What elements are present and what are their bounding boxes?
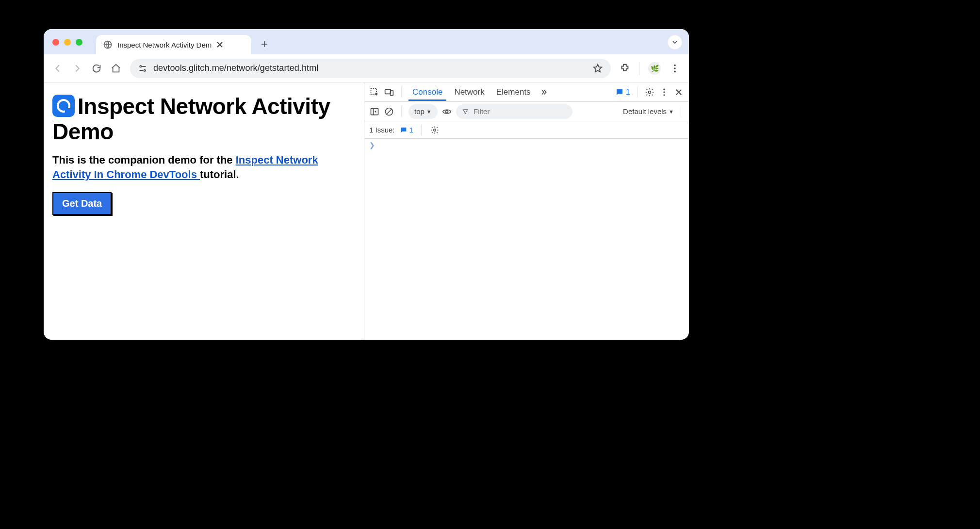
globe-icon [103, 40, 113, 50]
console-prompt-icon: ❯ [369, 141, 375, 149]
svg-point-10 [663, 88, 665, 90]
separator [681, 106, 681, 117]
tab-overflow-button[interactable] [668, 35, 682, 50]
home-button[interactable] [111, 63, 121, 74]
toolbar-right: 🌿 [620, 62, 680, 75]
live-expression-button[interactable] [441, 106, 452, 117]
log-levels-selector[interactable]: Default levels▼ [623, 107, 674, 116]
devtools-panel: Console Network Elements 1 [364, 83, 689, 340]
separator [639, 62, 639, 75]
extensions-button[interactable] [620, 63, 630, 74]
webpage: Inspect Network Activity Demo This is th… [44, 83, 364, 340]
svg-point-1 [140, 66, 141, 67]
svg-point-2 [144, 69, 146, 71]
issues-bar: 1 Issue: 1 [364, 121, 689, 139]
chrome-menu-button[interactable] [670, 63, 680, 74]
browser-window: Inspect Network Activity Dem [44, 29, 689, 340]
svg-point-9 [649, 91, 651, 93]
svg-point-3 [674, 64, 676, 66]
more-tabs-button[interactable] [539, 87, 549, 98]
svg-point-4 [674, 67, 676, 69]
window-controls [52, 39, 82, 46]
page-heading: Inspect Network Activity Demo [52, 94, 355, 144]
devtools-settings-button[interactable] [644, 87, 655, 98]
profile-avatar[interactable]: 🌿 [648, 62, 661, 75]
intro-paragraph: This is the companion demo for the Inspe… [52, 153, 355, 182]
site-info-icon[interactable] [138, 64, 147, 73]
close-window-button[interactable] [52, 39, 59, 46]
svg-point-16 [434, 129, 436, 131]
svg-rect-7 [385, 89, 391, 94]
separator [401, 106, 402, 117]
devtools-logo-icon [52, 95, 75, 117]
issues-chip[interactable]: 1 [615, 88, 630, 97]
new-tab-button[interactable] [256, 36, 273, 52]
tab-console[interactable]: Console [408, 83, 446, 101]
close-devtools-button[interactable] [673, 87, 684, 98]
filter-input[interactable] [473, 107, 567, 116]
inspect-element-button[interactable] [369, 87, 380, 98]
forward-button[interactable] [72, 63, 82, 74]
filter-field[interactable] [456, 104, 572, 119]
console-toolbar: top▼ Default levels▼ [364, 102, 689, 121]
toggle-sidebar-button[interactable] [369, 106, 380, 117]
console-body[interactable]: ❯ [364, 139, 689, 340]
bookmark-button[interactable] [592, 63, 603, 74]
get-data-button[interactable]: Get Data [52, 192, 112, 215]
clear-console-button[interactable] [384, 106, 394, 117]
browser-tab[interactable]: Inspect Network Activity Dem [96, 35, 251, 54]
svg-point-11 [663, 91, 665, 93]
tab-elements[interactable]: Elements [492, 83, 535, 101]
device-toolbar-button[interactable] [384, 87, 394, 98]
svg-point-15 [445, 110, 448, 113]
issues-label: 1 Issue: [369, 126, 395, 134]
address-bar[interactable]: devtools.glitch.me/network/getstarted.ht… [130, 59, 611, 78]
console-settings-button[interactable] [429, 125, 440, 135]
close-tab-button[interactable] [216, 41, 223, 48]
toolbar: devtools.glitch.me/network/getstarted.ht… [44, 54, 689, 83]
tab-strip: Inspect Network Activity Dem [44, 29, 689, 54]
separator [421, 125, 422, 135]
minimize-window-button[interactable] [64, 39, 71, 46]
tab-network[interactable]: Network [450, 83, 488, 101]
back-button[interactable] [52, 63, 63, 74]
svg-point-5 [674, 70, 676, 72]
maximize-window-button[interactable] [76, 39, 82, 46]
svg-point-12 [663, 94, 665, 96]
devtools-menu-button[interactable] [659, 87, 670, 98]
context-selector[interactable]: top▼ [408, 104, 438, 119]
content-area: Inspect Network Activity Demo This is th… [44, 83, 689, 340]
tab-title: Inspect Network Activity Dem [117, 41, 212, 49]
separator [637, 87, 637, 98]
devtools-tab-bar: Console Network Elements 1 [364, 83, 689, 102]
issues-count-chip[interactable]: 1 [400, 126, 413, 134]
separator [401, 87, 402, 98]
url-text: devtools.glitch.me/network/getstarted.ht… [153, 63, 318, 73]
reload-button[interactable] [91, 63, 102, 74]
